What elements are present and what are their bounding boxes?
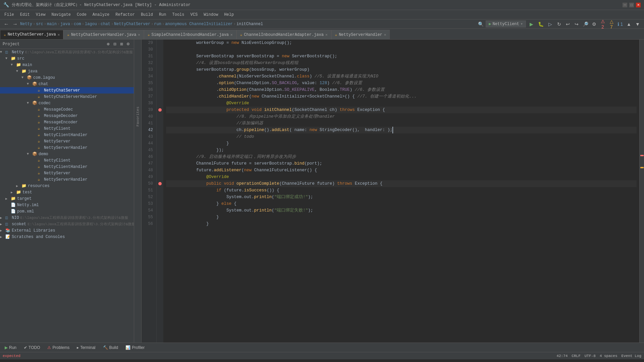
- tree-nettychatserver[interactable]: ▶ ☕ NettyChatServer: [0, 87, 134, 94]
- tree-nettyclienthandler-codec[interactable]: ▶ ☕ NettyClientHandler: [0, 132, 134, 138]
- tree-arrow-netty[interactable]: ▼: [0, 50, 5, 54]
- run-config[interactable]: ▶ NettyClient ▾: [486, 20, 526, 27]
- menu-code[interactable]: Code: [74, 11, 89, 18]
- breakpoint-39[interactable]: [158, 108, 162, 112]
- warning-count[interactable]: △ 7: [608, 20, 615, 28]
- tree-arrow-chat[interactable]: ▼: [27, 82, 32, 86]
- run-button[interactable]: ▶: [527, 20, 535, 28]
- sidebar-scope-btn[interactable]: ⊕: [105, 41, 111, 47]
- find-btn[interactable]: 🔎: [582, 20, 589, 28]
- tree-nio[interactable]: ▶ ◫ NIO E:\lagou\Java工程师高薪训练营课程\3.分布式架构设…: [0, 215, 134, 221]
- tree-arrow-target[interactable]: ▶: [5, 197, 11, 201]
- tree-comlagou[interactable]: ▼ 📦 com.lagou: [0, 74, 134, 81]
- tree-nettyserver-demo[interactable]: ▶ ☕ NettyServer: [0, 170, 134, 176]
- close-button[interactable]: ✕: [636, 3, 641, 7]
- breadcrumb-main[interactable]: main: [47, 22, 57, 26]
- problems-button[interactable]: ⚠ Problems: [45, 345, 71, 351]
- menu-refactor[interactable]: Refactor: [113, 11, 138, 18]
- tree-arrow-test[interactable]: ▶: [11, 190, 16, 194]
- sidebar-settings-btn[interactable]: ⚙: [125, 41, 131, 47]
- maximize-button[interactable]: □: [629, 3, 634, 7]
- tab-nettychatserverhandler[interactable]: ☕ NettyChatServerHandler.java ✕: [63, 30, 144, 39]
- tree-scratches-consoles[interactable]: ▶ 📝 Scratches and Consoles: [0, 234, 134, 240]
- menu-run[interactable]: Run: [156, 11, 169, 18]
- tab-simplechannel[interactable]: ☕ SimpleChannelInboundHandler.java ✕: [144, 30, 236, 39]
- tree-arrow-scratches[interactable]: ▶: [0, 235, 5, 239]
- breadcrumb-run[interactable]: run: [154, 22, 161, 26]
- tree-external-libraries[interactable]: ▶ 📚 External Libraries: [0, 227, 134, 234]
- tree-arrow-ext[interactable]: ▶: [0, 229, 5, 233]
- tab-nettychatserverhandler-close[interactable]: ✕: [138, 33, 140, 37]
- tree-arrow-com[interactable]: ▼: [21, 76, 27, 79]
- tab-nettychatserver[interactable]: ☕ NettyChatServer.java ✕: [0, 30, 63, 39]
- tab-nettychatserver-close[interactable]: ✕: [58, 33, 60, 37]
- tree-nettyserverhandler-demo[interactable]: ▶ ☕ NettyServerHandler: [0, 176, 134, 183]
- run-config-dropdown[interactable]: ▾: [521, 21, 523, 26]
- coverage-button[interactable]: ▷: [546, 20, 554, 28]
- tree-src[interactable]: ▼ 📁 src: [0, 55, 134, 62]
- menu-window[interactable]: Window: [201, 11, 221, 18]
- tab-nettyserverhandler[interactable]: ☕ NettyServerHandler ✕: [331, 30, 390, 39]
- breadcrumb-anonymous[interactable]: anonymous ChannelInitializer: [165, 22, 233, 26]
- tree-messageencoder[interactable]: ▶ ☕ MessageEncoder: [0, 119, 134, 125]
- sidebar-expand-btn[interactable]: ⊞: [118, 41, 124, 47]
- tree-scoket[interactable]: ▶ ◫ scoket E:\lagou\Java工程师高薪训练营课程\3.分布式…: [0, 221, 134, 227]
- menu-build[interactable]: Build: [138, 11, 156, 18]
- tree-nettychatserverhandler[interactable]: ▶ ☕ NettyChatServerHandler: [0, 94, 134, 100]
- tab-channelinbound-close[interactable]: ✕: [325, 33, 328, 37]
- status-position[interactable]: 42:74: [556, 354, 568, 358]
- tab-nettyserverhandler-close[interactable]: ✕: [384, 33, 386, 37]
- tree-arrow-scoket[interactable]: ▶: [0, 222, 5, 226]
- redo-btn[interactable]: ↪: [573, 20, 580, 28]
- menu-file[interactable]: File: [2, 11, 17, 18]
- status-expected[interactable]: expected: [3, 354, 20, 358]
- tree-netty[interactable]: ▼ ◫ Netty E:\lagou\Java工程师高薪训练营课程\3.分布式架…: [0, 49, 134, 55]
- favorites-label[interactable]: Favorites: [136, 107, 140, 126]
- build-bottom-button[interactable]: 🔨 Build: [101, 345, 120, 351]
- profiler-button[interactable]: 📊 Profiler: [123, 345, 147, 351]
- menu-vcs[interactable]: VCS: [188, 11, 201, 18]
- tree-nettyserverhandler-codec[interactable]: ▶ ☕ NettyServerHandler: [0, 144, 134, 151]
- terminal-button[interactable]: ▸ Terminal: [75, 345, 97, 351]
- breadcrumb-chat[interactable]: chat: [101, 22, 110, 26]
- error-count[interactable]: ⚠ 2: [599, 20, 606, 28]
- menu-navigate[interactable]: Navigate: [49, 11, 73, 18]
- todo-button[interactable]: ✔ TODO: [22, 345, 42, 351]
- breakpoint-50[interactable]: [158, 182, 162, 185]
- code-content[interactable]: workerGroup = new NioEventLoopGroup(); S…: [163, 40, 639, 343]
- info-count[interactable]: ℹ 1: [616, 20, 624, 28]
- tree-target[interactable]: ▶ 📁 target: [0, 195, 134, 202]
- toolbar-back-btn[interactable]: ←: [3, 20, 10, 28]
- tree-demo[interactable]: ▼ 📦 demo: [0, 151, 134, 157]
- breadcrumb-lagou[interactable]: lagou: [85, 22, 97, 26]
- nav-down-btn[interactable]: ▼: [634, 20, 641, 28]
- titlebar-controls[interactable]: ─ □ ✕: [623, 3, 641, 7]
- tree-messagedecoder[interactable]: ▶ ☕ MessageDecoder: [0, 113, 134, 119]
- tab-simplechannel-close[interactable]: ✕: [230, 33, 233, 37]
- undo-btn[interactable]: ↩: [564, 20, 572, 28]
- menu-help[interactable]: Help: [221, 11, 236, 18]
- status-eventlog[interactable]: Event Log: [622, 354, 641, 358]
- sync-btn[interactable]: ↻: [555, 20, 563, 28]
- breadcrumb-src[interactable]: src: [36, 22, 43, 26]
- breadcrumb-com[interactable]: com: [74, 22, 81, 26]
- toolbar-forward-btn[interactable]: →: [11, 20, 19, 28]
- tree-nettyiml[interactable]: ▶ 📄 Netty.iml: [0, 202, 134, 208]
- sidebar-collapse-btn[interactable]: ⊟: [112, 41, 118, 47]
- menu-tools[interactable]: Tools: [170, 11, 187, 18]
- run-tab-button[interactable]: ▶ Run: [3, 345, 18, 351]
- tree-pomxml[interactable]: ▶ 📄 pom.xml: [0, 208, 134, 215]
- tree-arrow-nio[interactable]: ▶: [0, 216, 5, 220]
- tree-nettyclienthandler-demo[interactable]: ▶ ☕ NettyClientHandler: [0, 164, 134, 170]
- status-linesep[interactable]: CRLF: [572, 354, 580, 358]
- tree-main[interactable]: ▼ 📁 main: [0, 62, 134, 68]
- tree-messagecodec[interactable]: ▶ ☕ MessageCodec: [0, 106, 134, 113]
- breadcrumb-netty[interactable]: Netty: [20, 22, 32, 26]
- menu-edit[interactable]: Edit: [17, 11, 33, 18]
- tree-nettyclient-demo[interactable]: ▶ ☕ NettyClient: [0, 157, 134, 164]
- tree-java[interactable]: ▼ 📁 java: [0, 68, 134, 74]
- menu-view[interactable]: View: [33, 11, 48, 18]
- tree-arrow-resources[interactable]: ▶: [16, 184, 21, 188]
- tree-test[interactable]: ▶ 📁 test: [0, 189, 134, 195]
- debug-button[interactable]: 🐛: [537, 20, 545, 28]
